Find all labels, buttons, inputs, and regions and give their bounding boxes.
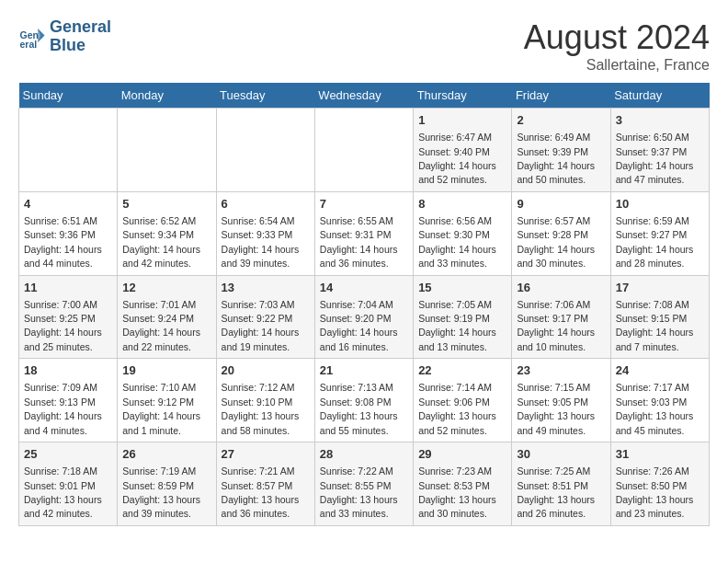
calendar-cell: 30Sunrise: 7:25 AM Sunset: 8:51 PM Dayli… [512,442,610,526]
weekday-header-sunday: Sunday [19,83,118,109]
calendar-header: SundayMondayTuesdayWednesdayThursdayFrid… [19,83,710,109]
day-info: Sunrise: 6:54 AM Sunset: 9:33 PM Dayligh… [222,215,300,269]
calendar-cell: 7Sunrise: 6:55 AM Sunset: 9:31 PM Daylig… [314,191,413,275]
day-info: Sunrise: 6:55 AM Sunset: 9:31 PM Dayligh… [320,215,398,269]
calendar-cell: 15Sunrise: 7:05 AM Sunset: 9:19 PM Dayli… [414,275,512,359]
calendar-cell: 25Sunrise: 7:18 AM Sunset: 9:01 PM Dayli… [19,442,118,526]
day-info: Sunrise: 7:01 AM Sunset: 9:24 PM Dayligh… [122,299,200,352]
day-number: 7 [320,196,408,213]
calendar-body: 1Sunrise: 6:47 AM Sunset: 9:40 PM Daylig… [19,109,710,526]
calendar-cell [216,109,314,192]
day-info: Sunrise: 6:56 AM Sunset: 9:30 PM Dayligh… [418,215,496,269]
day-number: 17 [616,280,704,296]
day-number: 24 [616,362,704,379]
calendar-cell: 20Sunrise: 7:12 AM Sunset: 9:10 PM Dayli… [216,359,314,442]
calendar-week-2: 4Sunrise: 6:51 AM Sunset: 9:36 PM Daylig… [19,191,710,275]
day-info: Sunrise: 7:21 AM Sunset: 8:57 PM Dayligh… [222,465,300,519]
day-number: 30 [517,446,605,463]
day-info: Sunrise: 7:00 AM Sunset: 9:25 PM Dayligh… [24,299,102,352]
calendar-cell: 9Sunrise: 6:57 AM Sunset: 9:28 PM Daylig… [512,191,610,275]
day-number: 1 [418,112,506,129]
day-info: Sunrise: 6:59 AM Sunset: 9:27 PM Dayligh… [616,215,694,269]
calendar-cell: 27Sunrise: 7:21 AM Sunset: 8:57 PM Dayli… [216,442,314,526]
calendar-cell: 17Sunrise: 7:08 AM Sunset: 9:15 PM Dayli… [610,275,709,359]
weekday-header-monday: Monday [118,83,216,109]
calendar-week-4: 18Sunrise: 7:09 AM Sunset: 9:13 PM Dayli… [19,359,710,442]
day-info: Sunrise: 7:03 AM Sunset: 9:22 PM Dayligh… [222,299,300,352]
day-number: 26 [122,446,210,463]
calendar-week-5: 25Sunrise: 7:18 AM Sunset: 9:01 PM Dayli… [19,442,710,526]
calendar-cell: 18Sunrise: 7:09 AM Sunset: 9:13 PM Dayli… [19,359,118,442]
svg-text:eral: eral [20,39,38,50]
svg-marker-3 [38,29,45,42]
day-number: 12 [122,280,210,296]
day-number: 10 [616,196,704,213]
day-number: 2 [517,112,605,129]
day-number: 29 [418,446,506,463]
calendar-cell [314,109,413,192]
calendar-cell: 26Sunrise: 7:19 AM Sunset: 8:59 PM Dayli… [118,442,216,526]
calendar-cell: 16Sunrise: 7:06 AM Sunset: 9:17 PM Dayli… [512,275,610,359]
day-number: 6 [222,196,310,213]
day-info: Sunrise: 7:23 AM Sunset: 8:53 PM Dayligh… [418,465,496,519]
calendar-cell: 1Sunrise: 6:47 AM Sunset: 9:40 PM Daylig… [414,109,512,192]
day-number: 14 [320,280,408,296]
calendar-week-1: 1Sunrise: 6:47 AM Sunset: 9:40 PM Daylig… [19,109,710,192]
calendar-cell [19,109,118,192]
day-info: Sunrise: 7:19 AM Sunset: 8:59 PM Dayligh… [122,465,200,519]
day-info: Sunrise: 7:14 AM Sunset: 9:06 PM Dayligh… [418,382,496,435]
day-info: Sunrise: 6:50 AM Sunset: 9:37 PM Dayligh… [616,132,694,185]
day-number: 3 [616,112,704,129]
day-number: 13 [222,280,310,296]
weekday-header-saturday: Saturday [610,83,709,109]
day-info: Sunrise: 6:57 AM Sunset: 9:28 PM Dayligh… [517,215,595,269]
day-number: 15 [418,280,506,296]
day-number: 31 [616,446,704,463]
day-info: Sunrise: 6:47 AM Sunset: 9:40 PM Dayligh… [418,132,496,185]
day-number: 9 [517,196,605,213]
calendar-cell: 5Sunrise: 6:52 AM Sunset: 9:34 PM Daylig… [118,191,216,275]
day-info: Sunrise: 7:04 AM Sunset: 9:20 PM Dayligh… [320,299,398,352]
day-number: 19 [122,362,210,379]
day-number: 8 [418,196,506,213]
day-info: Sunrise: 7:15 AM Sunset: 9:05 PM Dayligh… [517,382,595,435]
calendar-cell: 22Sunrise: 7:14 AM Sunset: 9:06 PM Dayli… [414,359,512,442]
logo: Gen eral General Blue [18,18,111,55]
day-number: 22 [418,362,506,379]
page-header: Gen eral General Blue August 2024 Saller… [18,18,710,74]
calendar-cell: 21Sunrise: 7:13 AM Sunset: 9:08 PM Dayli… [314,359,413,442]
day-info: Sunrise: 7:05 AM Sunset: 9:19 PM Dayligh… [418,299,496,352]
calendar-cell: 31Sunrise: 7:26 AM Sunset: 8:50 PM Dayli… [610,442,709,526]
logo-icon: Gen eral [18,23,46,51]
day-info: Sunrise: 6:52 AM Sunset: 9:34 PM Dayligh… [122,215,200,269]
month-year-title: August 2024 [524,18,710,57]
day-number: 18 [24,362,112,379]
day-info: Sunrise: 7:26 AM Sunset: 8:50 PM Dayligh… [616,465,694,519]
day-info: Sunrise: 6:49 AM Sunset: 9:39 PM Dayligh… [517,132,595,185]
location-subtitle: Sallertaine, France [524,57,710,74]
day-info: Sunrise: 7:09 AM Sunset: 9:13 PM Dayligh… [24,382,102,435]
calendar-cell: 4Sunrise: 6:51 AM Sunset: 9:36 PM Daylig… [19,191,118,275]
day-number: 27 [222,446,310,463]
calendar-table: SundayMondayTuesdayWednesdayThursdayFrid… [18,83,710,526]
calendar-cell: 10Sunrise: 6:59 AM Sunset: 9:27 PM Dayli… [610,191,709,275]
day-number: 16 [517,280,605,296]
day-info: Sunrise: 7:12 AM Sunset: 9:10 PM Dayligh… [222,382,300,435]
calendar-cell: 11Sunrise: 7:00 AM Sunset: 9:25 PM Dayli… [19,275,118,359]
calendar-cell: 12Sunrise: 7:01 AM Sunset: 9:24 PM Dayli… [118,275,216,359]
calendar-cell: 6Sunrise: 6:54 AM Sunset: 9:33 PM Daylig… [216,191,314,275]
calendar-week-3: 11Sunrise: 7:00 AM Sunset: 9:25 PM Dayli… [19,275,710,359]
calendar-cell: 3Sunrise: 6:50 AM Sunset: 9:37 PM Daylig… [610,109,709,192]
day-number: 11 [24,280,112,296]
calendar-cell: 23Sunrise: 7:15 AM Sunset: 9:05 PM Dayli… [512,359,610,442]
day-info: Sunrise: 7:22 AM Sunset: 8:55 PM Dayligh… [320,465,398,519]
day-info: Sunrise: 7:10 AM Sunset: 9:12 PM Dayligh… [122,382,200,435]
day-number: 20 [222,362,310,379]
day-info: Sunrise: 7:08 AM Sunset: 9:15 PM Dayligh… [616,299,694,352]
weekday-header-thursday: Thursday [414,83,512,109]
calendar-cell: 14Sunrise: 7:04 AM Sunset: 9:20 PM Dayli… [314,275,413,359]
calendar-cell: 8Sunrise: 6:56 AM Sunset: 9:30 PM Daylig… [414,191,512,275]
day-number: 21 [320,362,408,379]
weekday-header-row: SundayMondayTuesdayWednesdayThursdayFrid… [19,83,710,109]
calendar-cell: 19Sunrise: 7:10 AM Sunset: 9:12 PM Dayli… [118,359,216,442]
